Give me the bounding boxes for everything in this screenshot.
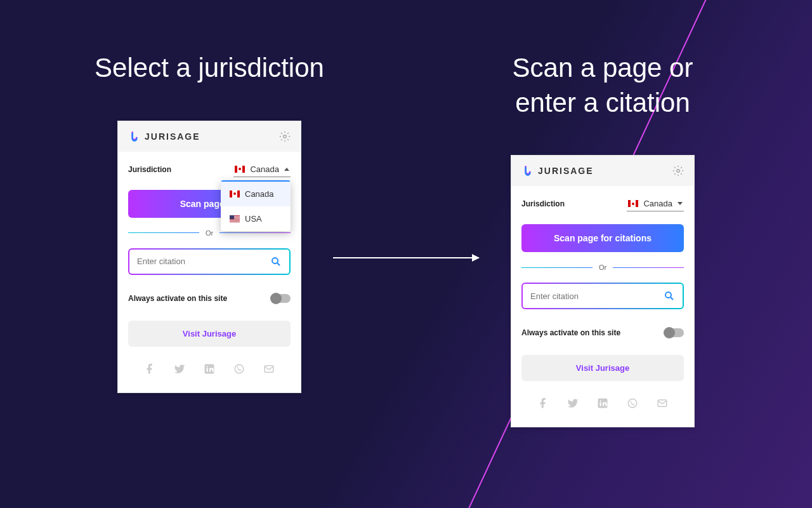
jurisdiction-label: Jurisdiction <box>128 165 171 174</box>
jurisdiction-dropdown-menu: Canada USA <box>221 180 291 231</box>
settings-gear-icon[interactable] <box>672 165 684 177</box>
popup-left: JURISAGE Jurisdiction Canada Cana <box>117 121 301 393</box>
citation-input-wrap <box>128 248 291 275</box>
search-icon[interactable] <box>270 256 282 267</box>
usa-flag-icon <box>230 215 240 222</box>
jurisdiction-label: Jurisdiction <box>521 199 565 208</box>
facebook-icon[interactable] <box>537 398 549 409</box>
svg-line-2 <box>277 263 280 265</box>
popup-header: JURISAGE <box>511 156 694 186</box>
brand-logo: JURISAGE <box>128 130 200 143</box>
canada-flag-icon <box>230 190 240 197</box>
left-column: Select a jurisdiction JURISAGE Jurisdict… <box>89 51 330 393</box>
brand-name: JURISAGE <box>538 166 594 176</box>
social-row <box>128 359 291 382</box>
canada-flag-icon <box>235 166 245 173</box>
linkedin-icon[interactable] <box>597 398 608 409</box>
right-column: Scan a page or enter a citation JURISAGE… <box>482 51 723 427</box>
or-divider: Or <box>521 264 684 271</box>
citation-input[interactable] <box>137 257 270 266</box>
visit-jurisage-button[interactable]: Visit Jurisage <box>521 355 684 381</box>
twitter-icon[interactable] <box>174 363 185 375</box>
svg-point-14 <box>628 399 637 408</box>
divider-line <box>128 232 199 233</box>
email-icon[interactable] <box>263 363 275 375</box>
brand-name: JURISAGE <box>145 131 200 142</box>
twitter-icon[interactable] <box>567 398 579 409</box>
svg-point-0 <box>284 135 287 138</box>
social-row <box>521 394 684 417</box>
always-activate-label: Always activate on this site <box>521 328 620 337</box>
whatsapp-icon[interactable] <box>627 398 638 409</box>
visit-jurisage-button[interactable]: Visit Jurisage <box>128 321 291 347</box>
svg-point-9 <box>665 292 671 298</box>
linkedin-icon[interactable] <box>204 363 215 375</box>
email-icon[interactable] <box>657 398 668 409</box>
arrow-icon <box>333 257 479 258</box>
dropdown-option-usa[interactable]: USA <box>221 206 291 231</box>
svg-point-5 <box>206 366 207 367</box>
or-label: Or <box>599 264 606 271</box>
divider-line <box>219 232 291 233</box>
svg-point-8 <box>677 170 680 173</box>
dropdown-option-label: Canada <box>245 189 274 199</box>
search-icon[interactable] <box>664 290 675 302</box>
caret-down-icon <box>678 202 683 205</box>
brand-logo: JURISAGE <box>521 164 594 177</box>
svg-rect-12 <box>599 403 601 406</box>
canada-flag-icon <box>628 200 638 207</box>
always-activate-label: Always activate on this site <box>128 294 227 303</box>
citation-input[interactable] <box>530 291 664 301</box>
popup-right: JURISAGE Jurisdiction Canada Scan page f… <box>511 155 695 427</box>
jurisdiction-selected: Canada <box>643 199 672 208</box>
citation-input-wrap <box>521 283 684 309</box>
scan-page-button[interactable]: Scan page for citations <box>521 224 684 252</box>
jurisdiction-dropdown[interactable]: Canada <box>233 162 291 177</box>
left-heading: Select a jurisdiction <box>95 51 324 86</box>
right-heading: Scan a page or enter a citation <box>482 51 723 120</box>
svg-point-13 <box>599 400 601 401</box>
always-activate-toggle[interactable] <box>272 294 291 303</box>
svg-point-6 <box>235 364 244 373</box>
caret-up-icon <box>284 168 289 171</box>
or-label: Or <box>206 229 213 237</box>
always-activate-toggle[interactable] <box>665 328 684 337</box>
divider-line <box>521 267 593 268</box>
svg-line-10 <box>671 297 673 300</box>
dropdown-option-canada[interactable]: Canada <box>221 180 291 206</box>
jurisage-logo-icon <box>128 130 141 143</box>
settings-gear-icon[interactable] <box>279 131 291 142</box>
popup-header: JURISAGE <box>118 121 301 152</box>
dropdown-option-label: USA <box>245 214 262 224</box>
whatsapp-icon[interactable] <box>233 363 245 375</box>
jurisdiction-selected: Canada <box>250 164 279 174</box>
facebook-icon[interactable] <box>144 363 155 375</box>
svg-rect-4 <box>206 368 207 371</box>
jurisdiction-dropdown[interactable]: Canada <box>627 196 684 211</box>
svg-point-1 <box>272 258 278 264</box>
jurisage-logo-icon <box>521 164 534 177</box>
divider-line <box>613 267 684 268</box>
